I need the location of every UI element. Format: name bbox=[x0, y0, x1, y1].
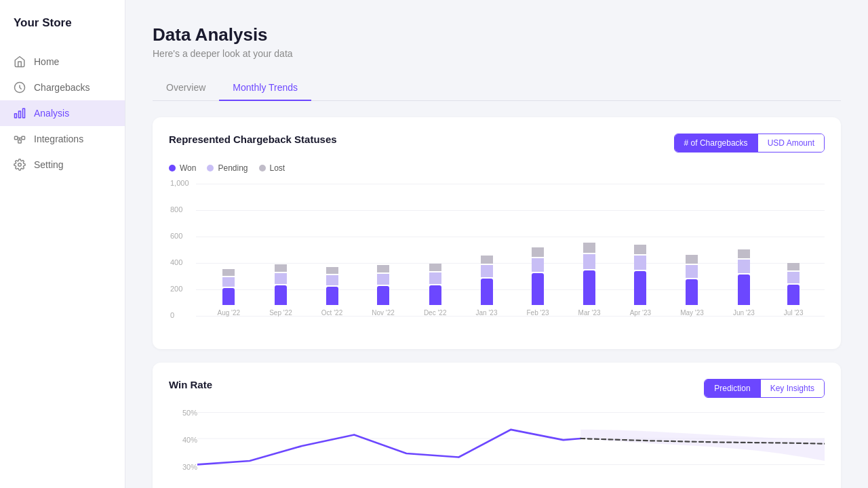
bar-won bbox=[686, 279, 698, 305]
bar-lost bbox=[275, 264, 287, 272]
grid-label: 800 bbox=[170, 205, 182, 214]
home-icon bbox=[14, 56, 26, 68]
chargebacks-btn-group: # of Chargebacks USD Amount bbox=[674, 134, 825, 152]
sidebar-item-integrations-label: Integrations bbox=[34, 134, 83, 144]
win-rate-btn-group: Prediction Key Insights bbox=[704, 379, 825, 398]
bar-month-label: Nov '22 bbox=[372, 309, 395, 317]
setting-icon bbox=[14, 159, 26, 171]
win-rate-card-header: Win Rate Prediction Key Insights bbox=[169, 379, 825, 398]
grid-label: 600 bbox=[170, 232, 182, 240]
page-subtitle: Here's a deeper look at your data bbox=[153, 48, 841, 59]
bar-group: May '23 bbox=[680, 255, 704, 317]
bar-group: Jul '23 bbox=[784, 263, 804, 317]
btn-num-chargebacks[interactable]: # of Chargebacks bbox=[675, 134, 757, 152]
bar-month-label: Oct '22 bbox=[321, 309, 342, 317]
bar-pending bbox=[583, 254, 595, 269]
sidebar-item-chargebacks[interactable]: Chargebacks bbox=[0, 75, 125, 100]
bar-lost bbox=[583, 243, 595, 253]
bar-lost bbox=[377, 265, 389, 272]
bar-pending bbox=[686, 265, 698, 278]
sidebar-item-home[interactable]: Home bbox=[0, 49, 125, 75]
grid-label: 200 bbox=[170, 285, 182, 293]
bar-group: Nov '22 bbox=[372, 265, 395, 317]
analysis-icon bbox=[14, 107, 26, 119]
bar-won bbox=[275, 285, 287, 305]
bar-group: Aug '22 bbox=[218, 269, 241, 317]
tabs: Overview Monthly Trends bbox=[153, 75, 841, 101]
bar-pending bbox=[222, 277, 235, 287]
bar-month-label: Feb '23 bbox=[527, 309, 549, 317]
chargebacks-icon bbox=[14, 81, 26, 94]
bar-month-label: Sep '22 bbox=[269, 309, 292, 317]
bar-group: Feb '23 bbox=[527, 247, 549, 317]
bar-pending bbox=[326, 275, 338, 285]
line-chart-svg bbox=[197, 409, 825, 483]
legend-lost: Lost bbox=[259, 163, 285, 173]
bar-won bbox=[634, 271, 646, 305]
bar-month-label: Aug '22 bbox=[218, 309, 241, 317]
legend-pending-label: Pending bbox=[218, 163, 248, 173]
bar-stack bbox=[481, 256, 493, 305]
sidebar: Your Store Home Chargebacks Analysis bbox=[0, 0, 125, 488]
bar-won bbox=[738, 274, 750, 305]
chargebacks-card: Represented Chargeback Statuses # of Cha… bbox=[153, 117, 841, 349]
grid-label: 400 bbox=[170, 258, 182, 266]
bar-stack bbox=[583, 243, 595, 305]
tab-overview[interactable]: Overview bbox=[153, 75, 219, 101]
bar-group: Oct '22 bbox=[321, 267, 342, 317]
bar-lost bbox=[429, 264, 441, 271]
sidebar-item-analysis-label: Analysis bbox=[34, 108, 69, 119]
bar-month-label: Jun '23 bbox=[733, 309, 755, 317]
bar-won bbox=[787, 285, 800, 305]
tab-monthly-trends[interactable]: Monthly Trends bbox=[219, 75, 311, 101]
bar-lost bbox=[787, 263, 800, 270]
bar-group: Sep '22 bbox=[269, 264, 292, 317]
y-axis-labels: 50% 40% 30% bbox=[169, 409, 197, 471]
bar-won bbox=[429, 285, 441, 305]
sidebar-item-setting[interactable]: Setting bbox=[0, 152, 125, 178]
bar-stack bbox=[634, 245, 646, 305]
bar-group: Apr '23 bbox=[630, 245, 651, 317]
bar-won bbox=[583, 270, 595, 305]
bar-stack bbox=[686, 255, 698, 305]
bar-pending bbox=[429, 272, 441, 284]
bar-stack bbox=[532, 247, 544, 305]
bar-stack bbox=[787, 263, 800, 305]
bar-lost bbox=[738, 249, 750, 258]
legend-won-dot bbox=[169, 165, 176, 171]
card-header: Represented Chargeback Statuses # of Cha… bbox=[169, 134, 825, 152]
bar-pending bbox=[481, 265, 493, 277]
btn-prediction[interactable]: Prediction bbox=[705, 380, 760, 397]
bar-group: Dec '22 bbox=[424, 264, 447, 317]
legend-lost-dot bbox=[259, 165, 266, 171]
svg-rect-3 bbox=[15, 114, 17, 118]
page-title: Data Analysis bbox=[153, 24, 841, 45]
bar-pending bbox=[275, 273, 287, 284]
bar-stack bbox=[222, 269, 235, 305]
sidebar-item-analysis[interactable]: Analysis bbox=[0, 100, 125, 126]
sidebar-item-chargebacks-label: Chargebacks bbox=[34, 82, 90, 93]
bar-lost bbox=[326, 267, 338, 274]
y-label-40: 40% bbox=[169, 436, 197, 444]
sidebar-logo: Your Store bbox=[0, 16, 125, 49]
sidebar-item-integrations[interactable]: Integrations bbox=[0, 126, 125, 152]
y-label-50: 50% bbox=[169, 409, 197, 417]
bar-stack bbox=[275, 264, 287, 305]
y-label-30: 30% bbox=[169, 463, 197, 471]
bar-won bbox=[326, 287, 338, 305]
win-rate-card: Win Rate Prediction Key Insights 50% 40%… bbox=[153, 363, 841, 488]
bar-won bbox=[532, 273, 544, 305]
bar-won bbox=[222, 288, 235, 305]
bar-group: Mar '23 bbox=[578, 243, 601, 317]
bar-stack bbox=[326, 267, 338, 305]
bar-stack bbox=[429, 264, 441, 305]
bar-group: Jun '23 bbox=[733, 249, 755, 317]
legend-won-label: Won bbox=[180, 163, 196, 173]
bar-stack bbox=[738, 249, 750, 305]
win-rate-title: Win Rate bbox=[169, 379, 212, 390]
legend-pending-dot bbox=[207, 165, 214, 171]
bar-lost bbox=[481, 256, 493, 264]
legend-pending: Pending bbox=[207, 163, 248, 173]
btn-usd-amount[interactable]: USD Amount bbox=[757, 134, 824, 152]
btn-key-insights[interactable]: Key Insights bbox=[760, 380, 824, 397]
